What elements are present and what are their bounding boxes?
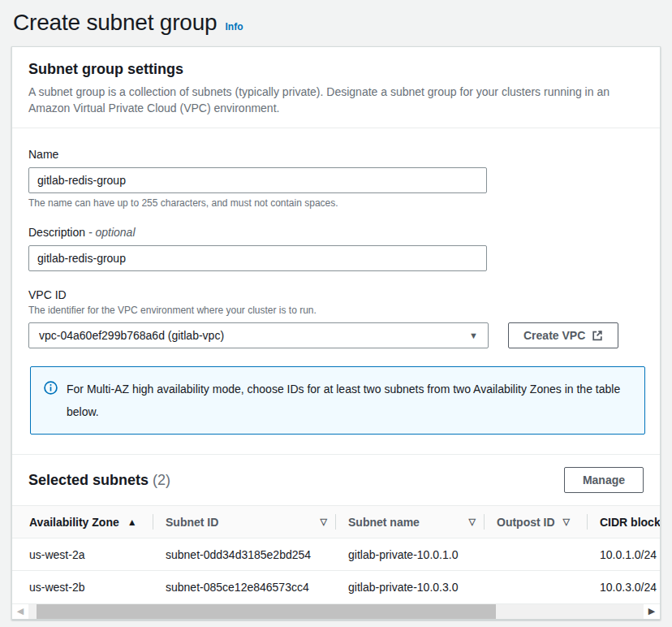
- name-field-group: Name The name can have up to 255 charact…: [28, 148, 644, 209]
- scrollbar-thumb[interactable]: [37, 604, 496, 619]
- scroll-right-arrow-icon[interactable]: ▶: [644, 604, 660, 619]
- table-row: us-west-2a subnet-0dd34d3185e2bd254 gitl…: [12, 538, 660, 571]
- sort-icon: ▽: [321, 517, 327, 527]
- column-header-cidr-block[interactable]: CIDR block: [587, 506, 660, 538]
- sort-icon: ▽: [469, 517, 476, 527]
- cell-subnet-id: subnet-085ce12e846573cc4: [153, 571, 335, 603]
- cell-subnet-name: gitlab-private-10.0.3.0: [335, 571, 484, 603]
- name-input[interactable]: [28, 167, 487, 193]
- manage-button[interactable]: Manage: [564, 467, 644, 493]
- column-header-subnet-name[interactable]: Subnet name ▽: [335, 506, 484, 538]
- cell-cidr-block: 10.0.1.0/24: [587, 538, 660, 571]
- scrollbar-track[interactable]: [28, 604, 644, 619]
- vpc-field-group: VPC ID The identifier for the VPC enviro…: [28, 288, 644, 348]
- cell-availability-zone: us-west-2b: [12, 571, 153, 603]
- selected-subnets-header: Selected subnets (2) Manage: [12, 454, 660, 505]
- horizontal-scrollbar: ◀ ▶: [12, 603, 660, 619]
- name-label: Name: [28, 148, 644, 161]
- create-vpc-button[interactable]: Create VPC: [508, 322, 618, 348]
- settings-card-header: Subnet group settings A subnet group is …: [12, 47, 660, 128]
- settings-description: A subnet group is a collection of subnet…: [28, 84, 644, 116]
- vpc-select-value: vpc-04a60ef299b768a6d (gitlab-vpc): [39, 329, 224, 342]
- column-header-subnet-id[interactable]: Subnet ID ▽: [153, 506, 335, 538]
- description-label: Description - optional: [28, 226, 644, 239]
- description-field-group: Description - optional: [28, 226, 644, 271]
- description-input[interactable]: [28, 245, 487, 271]
- optional-label: - optional: [88, 226, 136, 239]
- settings-heading: Subnet group settings: [28, 61, 644, 78]
- multi-az-info-alert: For Multi-AZ high availability mode, cho…: [30, 366, 645, 435]
- subnets-count: (2): [153, 472, 170, 488]
- alert-text: For Multi-AZ high availability mode, cho…: [67, 378, 631, 423]
- external-link-icon: [592, 330, 603, 341]
- scroll-left-arrow-icon[interactable]: ◀: [12, 604, 28, 619]
- subnets-table: Availability Zone ▲ Subnet ID ▽ Subnet n…: [12, 505, 660, 603]
- page-title: Create subnet group: [13, 10, 217, 36]
- sort-ascending-icon: ▲: [127, 517, 137, 528]
- cell-cidr-block: 10.0.3.0/24: [587, 571, 660, 603]
- info-link[interactable]: Info: [225, 21, 243, 32]
- page-header: Create subnet group Info: [13, 10, 672, 36]
- column-header-availability-zone[interactable]: Availability Zone ▲: [12, 506, 153, 538]
- vpc-select[interactable]: vpc-04a60ef299b768a6d (gitlab-vpc) ▼: [28, 322, 489, 348]
- vpc-id-description: The identifier for the VPC environment w…: [28, 305, 644, 316]
- chevron-down-icon: ▼: [469, 331, 478, 340]
- cell-outpost-id: [484, 538, 587, 571]
- cell-subnet-id: subnet-0dd34d3185e2bd254: [153, 538, 335, 571]
- cell-availability-zone: us-west-2a: [12, 538, 153, 571]
- info-circle-icon: [44, 381, 58, 395]
- settings-form: Name The name can have up to 255 charact…: [12, 128, 660, 454]
- column-header-outpost-id[interactable]: Outpost ID ▽: [484, 506, 587, 538]
- cell-subnet-name: gitlab-private-10.0.1.0: [335, 538, 484, 571]
- table-row: us-west-2b subnet-085ce12e846573cc4 gitl…: [12, 571, 660, 603]
- name-constraint-text: The name can have up to 255 characters, …: [28, 197, 644, 209]
- vpc-id-label: VPC ID: [28, 288, 644, 301]
- selected-subnets-heading: Selected subnets (2): [28, 472, 170, 489]
- table-header-row: Availability Zone ▲ Subnet ID ▽ Subnet n…: [12, 506, 660, 538]
- sort-icon: ▽: [563, 517, 570, 527]
- create-subnet-group-card: Subnet group settings A subnet group is …: [11, 46, 661, 620]
- cell-outpost-id: [484, 571, 587, 603]
